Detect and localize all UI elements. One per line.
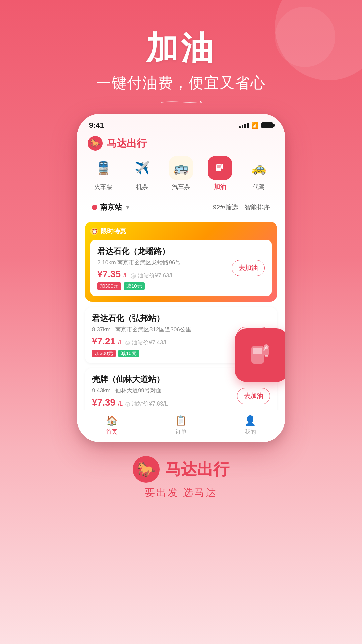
offer-station-card: 君达石化（龙蟠路） 2.10km 南京市玄武区龙蟠路96号 ¥7.35 /L 油 xyxy=(90,240,272,296)
home-icon: 🏠 xyxy=(106,415,118,426)
station-1-meta: 9.43km 仙林大道99号对面 xyxy=(92,387,237,394)
station-0-promo2: 减10元 xyxy=(118,350,139,357)
orders-icon: 📋 xyxy=(175,415,187,426)
floating-gas-icon xyxy=(235,328,285,382)
status-time: 9:41 xyxy=(89,121,104,130)
signal-icon xyxy=(239,122,249,128)
station-0-promos: 加300元 减10元 xyxy=(92,350,237,357)
special-offer-card: ⏰ 限时特惠 君达石化（龙蟠路） 2.10km 南京市玄武区龙蟠路96号 ¥7.… xyxy=(85,222,277,302)
svg-rect-17 xyxy=(265,355,268,357)
offer-station-meta: 2.10km 南京市玄武区龙蟠路96号 xyxy=(97,259,232,266)
profile-label: 我的 xyxy=(245,428,256,436)
location-arrow-icon: ▼ xyxy=(125,204,131,211)
brand-name: 马达出行 xyxy=(165,459,229,480)
brand-slogan: 要出发 选马达 xyxy=(0,486,362,500)
station-1-price-row: ¥7.39 /L 油 油站价¥7.63/L xyxy=(92,397,237,408)
clock-icon: ⏰ xyxy=(90,228,98,235)
hero-underline xyxy=(137,98,225,100)
offer-price-row: ¥7.35 /L 油 油站价¥7.63/L xyxy=(97,269,232,280)
offer-promo2: 减10元 xyxy=(124,282,145,290)
svg-text:油: 油 xyxy=(126,341,129,345)
brand-horse-icon: 🐎 xyxy=(133,456,160,483)
bottom-nav-orders[interactable]: 📋 订单 xyxy=(175,415,187,436)
hero-section: 加油 一键付油费，便宜又省心 xyxy=(0,0,362,100)
filter-group: 92#/筛选 智能排序 xyxy=(213,203,270,212)
offer-address: 南京市玄武区龙蟠路96号 xyxy=(117,259,181,266)
offer-promo1: 加300元 xyxy=(97,282,121,290)
plane-label: 机票 xyxy=(136,183,148,191)
train-icon: 🚆 xyxy=(91,156,115,180)
driver-label: 代驾 xyxy=(253,183,265,191)
train-label: 火车票 xyxy=(94,183,112,191)
station-1-unit: /L xyxy=(118,400,123,407)
hero-subtitle: 一键付油费，便宜又省心 xyxy=(0,73,362,93)
bottom-nav-home[interactable]: 🏠 首页 xyxy=(106,415,118,436)
hero-title: 加油 xyxy=(0,27,362,70)
battery-icon xyxy=(261,122,273,128)
fuel-type-filter[interactable]: 92#/筛选 xyxy=(213,203,238,212)
location-dot xyxy=(92,205,97,210)
station-0-name: 君达石化（弘邦站） xyxy=(92,313,237,324)
wifi-icon: 📶 xyxy=(251,122,259,129)
station-0-original: 油 油站价¥7.43/L xyxy=(125,339,168,346)
offer-original-price: 油 油站价¥7.63/L xyxy=(131,272,174,279)
content-area: 南京站 ▼ 92#/筛选 智能排序 ⏰ 限时特惠 xyxy=(77,198,285,442)
profile-icon: 👤 xyxy=(244,415,256,426)
status-bar: 9:41 📶 xyxy=(77,114,285,133)
app-name: 马达出行 xyxy=(107,137,147,150)
app-header: 🐎 马达出行 xyxy=(77,133,285,156)
nav-tab-bus[interactable]: 🚌 汽车票 xyxy=(169,156,193,191)
station-1-original: 油 油站价¥7.63/L xyxy=(125,400,168,408)
nav-tab-gas[interactable]: 加油 xyxy=(208,156,232,191)
app-logo-icon: 🐎 xyxy=(88,136,103,151)
orders-label: 订单 xyxy=(175,428,187,436)
bottom-brand: 🐎 马达出行 要出发 选马达 xyxy=(0,456,362,500)
offer-price: ¥7.35 xyxy=(97,269,121,280)
offer-go-button[interactable]: 去加油 xyxy=(232,260,265,276)
station-1-go-button[interactable]: 去加油 xyxy=(237,388,270,404)
sort-filter[interactable]: 智能排序 xyxy=(245,203,270,212)
station-0-meta: 8.37km 南京市玄武区312国道306公里 xyxy=(92,326,237,333)
bottom-brand-logo: 🐎 马达出行 xyxy=(0,456,362,483)
gas-label: 加油 xyxy=(214,183,226,191)
nav-tab-plane[interactable]: ✈️ 机票 xyxy=(130,156,154,191)
svg-text:🐎: 🐎 xyxy=(90,138,100,148)
gas-pump-svg xyxy=(246,340,277,370)
bottom-nav-profile[interactable]: 👤 我的 xyxy=(244,415,256,436)
gas-icon xyxy=(208,156,232,180)
station-0-price: ¥7.21 xyxy=(92,336,115,347)
svg-point-6 xyxy=(221,164,223,166)
station-0-price-row: ¥7.21 /L 油 油站价¥7.43/L xyxy=(92,336,237,347)
bus-icon: 🚌 xyxy=(169,156,193,180)
bottom-nav: 🏠 首页 📋 订单 👤 我的 xyxy=(77,410,285,442)
offer-promo-tags: 加300元 减10元 xyxy=(97,282,232,290)
location-left[interactable]: 南京站 ▼ xyxy=(92,202,131,212)
location-name: 南京站 xyxy=(100,202,122,212)
offer-station-info: 君达石化（龙蟠路） 2.10km 南京市玄武区龙蟠路96号 ¥7.35 /L 油 xyxy=(97,246,232,290)
plane-icon: ✈️ xyxy=(130,156,154,180)
svg-text:油: 油 xyxy=(126,402,129,406)
station-0-unit: /L xyxy=(118,339,123,346)
nav-tab-train[interactable]: 🚆 火车票 xyxy=(91,156,115,191)
special-offer-badge: ⏰ 限时特惠 xyxy=(90,227,272,236)
station-0-promo1: 加300元 xyxy=(92,350,116,357)
phone-mockup: 9:41 📶 🐎 马达出行 xyxy=(77,114,285,442)
nav-tab-driver[interactable]: 🚕 代驾 xyxy=(247,156,271,191)
phone-wrapper: 9:41 📶 🐎 马达出行 xyxy=(0,114,362,442)
svg-text:油: 油 xyxy=(132,274,135,278)
svg-rect-14 xyxy=(253,348,262,354)
svg-rect-4 xyxy=(217,165,221,168)
status-icons: 📶 xyxy=(239,122,273,129)
nav-tabs: 🚆 火车票 ✈️ 机票 🚌 汽车票 xyxy=(77,156,285,191)
station-0-info: 君达石化（弘邦站） 8.37km 南京市玄武区312国道306公里 ¥7.21 … xyxy=(92,313,237,357)
station-1-name: 壳牌（仙林大道站） xyxy=(92,374,237,385)
offer-distance: 2.10km xyxy=(97,259,116,266)
location-bar: 南京站 ▼ 92#/筛选 智能排序 xyxy=(85,198,277,217)
station-1-price: ¥7.39 xyxy=(92,397,115,408)
svg-text:🐎: 🐎 xyxy=(137,461,156,478)
bus-label: 汽车票 xyxy=(172,183,190,191)
offer-badge-text: 限时特惠 xyxy=(101,227,126,236)
home-label: 首页 xyxy=(106,428,117,436)
offer-unit: /L xyxy=(123,272,128,279)
offer-station-name: 君达石化（龙蟠路） xyxy=(97,246,232,257)
